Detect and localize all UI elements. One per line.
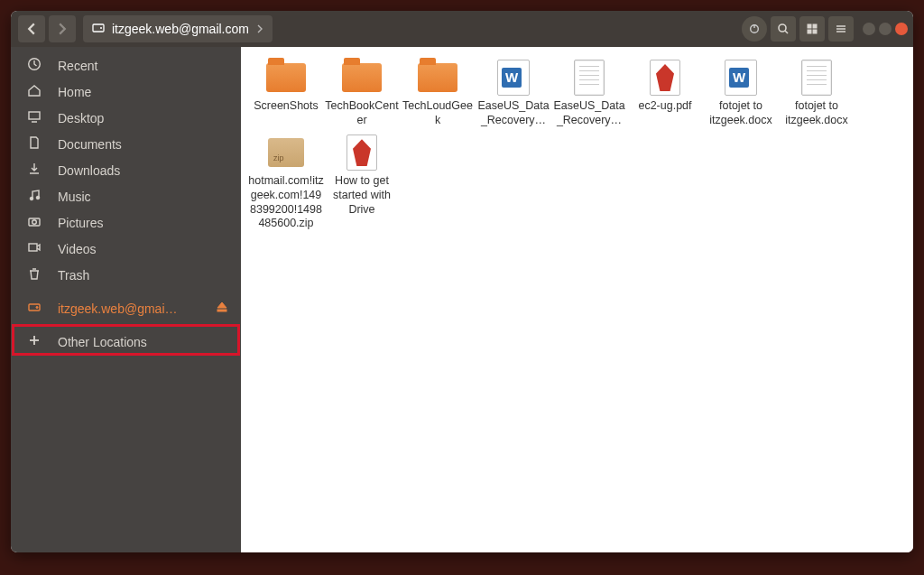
- file-item[interactable]: TechBookCenter: [324, 56, 400, 131]
- file-item[interactable]: TechLoudGeek: [400, 56, 476, 131]
- svg-rect-6: [808, 24, 811, 28]
- close-button[interactable]: [895, 23, 908, 35]
- word-icon: [492, 60, 535, 96]
- sidebar-item-label: Recent: [58, 59, 97, 73]
- chevron-right-icon: [256, 22, 263, 36]
- sidebar: RecentHomeDesktopDocumentsDownloadsMusic…: [11, 47, 241, 552]
- sidebar-item-label: Videos: [58, 242, 97, 256]
- doc-icon: [568, 60, 611, 96]
- sidebar-item-other-locations[interactable]: Other Locations: [11, 329, 241, 355]
- sidebar-item-label: Pictures: [58, 216, 104, 230]
- video-icon: [27, 240, 42, 257]
- sidebar-item-label: Documents: [58, 137, 122, 152]
- plus-icon: [27, 333, 42, 350]
- sidebar-item-trash[interactable]: Trash: [11, 262, 241, 288]
- svg-point-16: [30, 197, 33, 200]
- svg-point-4: [779, 24, 786, 32]
- svg-rect-14: [29, 112, 40, 119]
- svg-point-17: [36, 196, 40, 199]
- sidebar-item-label: Other Locations: [58, 335, 147, 349]
- svg-point-19: [32, 220, 37, 225]
- sidebar-item-documents[interactable]: Documents: [11, 131, 241, 157]
- file-label: hotmail.com!itzgeek.com!1498399200!14984…: [248, 174, 324, 231]
- doc-icon: [27, 135, 42, 153]
- file-label: EaseUS_Data_Recovery…: [551, 99, 627, 127]
- forward-button[interactable]: [49, 15, 76, 42]
- file-label: EaseUS_Data_Recovery…: [476, 99, 551, 127]
- file-manager-window: itzgeek.web@gmail.com RecentHomeDesktopD…: [11, 11, 913, 552]
- back-button[interactable]: [18, 15, 45, 42]
- sidebar-item-videos[interactable]: Videos: [11, 236, 241, 262]
- file-label: ec2-ug.pdf: [638, 99, 691, 114]
- home-icon: [27, 83, 42, 100]
- eject-button[interactable]: [216, 301, 228, 316]
- file-item[interactable]: ScreenShots: [248, 56, 324, 131]
- sidebar-item-music[interactable]: Music: [11, 183, 241, 209]
- camera-icon: [27, 214, 42, 231]
- file-item[interactable]: ec2-ug.pdf: [627, 56, 703, 131]
- pdf-icon: [340, 134, 383, 171]
- view-toggle-button[interactable]: [799, 16, 825, 42]
- menu-button[interactable]: [828, 16, 854, 42]
- file-item[interactable]: hotmail.com!itzgeek.com!1498399200!14984…: [248, 131, 324, 235]
- svg-rect-23: [217, 310, 226, 311]
- sidebar-item-downloads[interactable]: Downloads: [11, 157, 241, 183]
- drive-icon: [92, 22, 105, 37]
- sidebar-item-desktop[interactable]: Desktop: [11, 105, 241, 131]
- file-label: fotojet to itzgeek.docx: [703, 99, 779, 127]
- doc-icon: [795, 60, 838, 96]
- file-label: TechLoudGeek: [400, 99, 476, 127]
- sidebar-item-label: Downloads: [58, 163, 120, 178]
- zip-icon: [264, 134, 308, 171]
- svg-rect-8: [808, 30, 811, 33]
- svg-point-22: [36, 307, 38, 309]
- file-label: ScreenShots: [254, 99, 319, 114]
- sidebar-item-label: itzgeek.web@gmai…: [58, 301, 178, 316]
- word-icon: [719, 60, 762, 96]
- file-item[interactable]: fotojet to itzgeek.docx: [779, 56, 855, 131]
- sidebar-item-label: Trash: [58, 268, 89, 283]
- desktop-icon: [27, 109, 42, 126]
- download-icon: [27, 162, 42, 179]
- svg-line-5: [785, 31, 788, 33]
- clock-icon: [27, 57, 42, 74]
- sidebar-item-home[interactable]: Home: [11, 79, 241, 105]
- svg-point-1: [100, 27, 102, 29]
- file-item[interactable]: EaseUS_Data_Recovery…: [551, 56, 627, 131]
- minimize-button[interactable]: [863, 23, 875, 35]
- drive-icon: [27, 300, 42, 317]
- sidebar-item-label: Home: [58, 85, 91, 99]
- sidebar-item-recent[interactable]: Recent: [11, 52, 241, 79]
- sidebar-item-label: Music: [58, 190, 91, 204]
- file-item[interactable]: EaseUS_Data_Recovery…: [476, 56, 551, 131]
- file-label: TechBookCenter: [324, 99, 400, 127]
- svg-rect-0: [93, 24, 104, 32]
- file-label: How to get started with Drive: [324, 174, 400, 217]
- file-item[interactable]: How to get started with Drive: [324, 131, 400, 235]
- folder-icon: [340, 60, 383, 96]
- sidebar-item-itzgeek-web-gmai-[interactable]: itzgeek.web@gmai…: [11, 295, 241, 321]
- svg-rect-7: [813, 24, 817, 28]
- music-icon: [27, 188, 42, 205]
- power-button[interactable]: [742, 16, 767, 42]
- pdf-icon: [643, 60, 687, 96]
- folder-icon: [416, 60, 459, 96]
- folder-icon: [264, 60, 308, 96]
- sidebar-item-label: Desktop: [58, 111, 104, 125]
- svg-rect-9: [813, 30, 817, 33]
- svg-rect-20: [29, 244, 37, 251]
- file-view[interactable]: ScreenShotsTechBookCenterTechLoudGeekEas…: [241, 47, 913, 552]
- file-label: fotojet to itzgeek.docx: [779, 99, 855, 127]
- titlebar: itzgeek.web@gmail.com: [11, 11, 913, 47]
- file-item[interactable]: fotojet to itzgeek.docx: [703, 56, 779, 131]
- path-bar[interactable]: itzgeek.web@gmail.com: [83, 15, 273, 42]
- maximize-button[interactable]: [879, 23, 892, 35]
- sidebar-item-pictures[interactable]: Pictures: [11, 209, 241, 236]
- path-label: itzgeek.web@gmail.com: [112, 22, 249, 36]
- window-controls: [863, 23, 908, 35]
- trash-icon: [27, 266, 42, 283]
- search-button[interactable]: [771, 16, 796, 42]
